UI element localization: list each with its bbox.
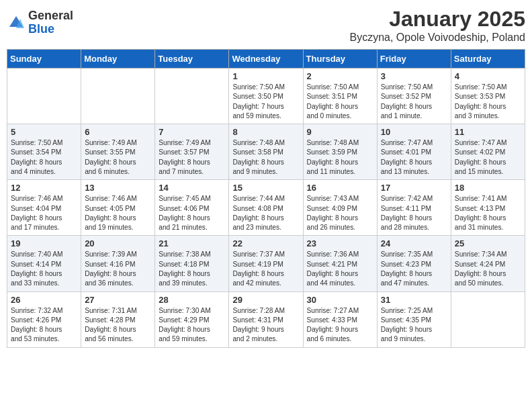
calendar-cell: 10Sunrise: 7:47 AM Sunset: 4:01 PM Dayli… bbox=[377, 124, 451, 180]
logo: General Blue bbox=[7, 9, 73, 36]
calendar-cell: 17Sunrise: 7:42 AM Sunset: 4:11 PM Dayli… bbox=[377, 180, 451, 236]
weekday-header-row: SundayMondayTuesdayWednesdayThursdayFrid… bbox=[7, 50, 525, 68]
day-number: 19 bbox=[11, 238, 77, 248]
calendar-cell: 27Sunrise: 7:31 AM Sunset: 4:28 PM Dayli… bbox=[81, 291, 155, 347]
calendar-table: SundayMondayTuesdayWednesdayThursdayFrid… bbox=[7, 49, 525, 348]
month-title: January 2025 bbox=[350, 7, 526, 32]
day-number: 18 bbox=[455, 183, 521, 193]
day-info: Sunrise: 7:35 AM Sunset: 4:23 PM Dayligh… bbox=[381, 250, 447, 288]
calendar-cell: 20Sunrise: 7:39 AM Sunset: 4:16 PM Dayli… bbox=[81, 236, 155, 291]
day-info: Sunrise: 7:50 AM Sunset: 3:51 PM Dayligh… bbox=[307, 83, 373, 121]
day-info: Sunrise: 7:47 AM Sunset: 4:01 PM Dayligh… bbox=[381, 138, 447, 177]
calendar-week-4: 19Sunrise: 7:40 AM Sunset: 4:14 PM Dayli… bbox=[7, 236, 525, 291]
day-info: Sunrise: 7:50 AM Sunset: 3:54 PM Dayligh… bbox=[11, 138, 77, 177]
day-info: Sunrise: 7:36 AM Sunset: 4:21 PM Dayligh… bbox=[307, 250, 373, 288]
calendar-cell: 11Sunrise: 7:47 AM Sunset: 4:02 PM Dayli… bbox=[451, 124, 525, 180]
weekday-header-friday: Friday bbox=[377, 50, 451, 68]
day-info: Sunrise: 7:31 AM Sunset: 4:28 PM Dayligh… bbox=[85, 306, 151, 345]
day-number: 21 bbox=[159, 238, 225, 248]
weekday-header-monday: Monday bbox=[81, 50, 155, 68]
day-number: 29 bbox=[232, 295, 299, 305]
day-info: Sunrise: 7:46 AM Sunset: 4:04 PM Dayligh… bbox=[11, 194, 77, 232]
day-number: 13 bbox=[85, 183, 151, 193]
day-info: Sunrise: 7:34 AM Sunset: 4:24 PM Dayligh… bbox=[455, 250, 521, 288]
day-number: 30 bbox=[307, 295, 373, 305]
day-info: Sunrise: 7:46 AM Sunset: 4:05 PM Dayligh… bbox=[85, 194, 151, 232]
calendar-cell: 22Sunrise: 7:37 AM Sunset: 4:19 PM Dayli… bbox=[229, 236, 303, 291]
page-header: General Blue January 2025 Byczyna, Opole… bbox=[7, 7, 525, 44]
day-info: Sunrise: 7:38 AM Sunset: 4:18 PM Dayligh… bbox=[159, 250, 225, 288]
calendar-cell: 8Sunrise: 7:48 AM Sunset: 3:58 PM Daylig… bbox=[229, 124, 303, 180]
calendar-cell: 15Sunrise: 7:44 AM Sunset: 4:08 PM Dayli… bbox=[229, 180, 303, 236]
calendar-cell: 2Sunrise: 7:50 AM Sunset: 3:51 PM Daylig… bbox=[303, 68, 377, 124]
calendar-cell: 21Sunrise: 7:38 AM Sunset: 4:18 PM Dayli… bbox=[155, 236, 229, 291]
calendar-cell: 3Sunrise: 7:50 AM Sunset: 3:52 PM Daylig… bbox=[377, 68, 451, 124]
day-number: 16 bbox=[307, 183, 373, 193]
day-info: Sunrise: 7:39 AM Sunset: 4:16 PM Dayligh… bbox=[85, 250, 151, 288]
calendar-week-1: 1Sunrise: 7:50 AM Sunset: 3:50 PM Daylig… bbox=[7, 68, 525, 124]
calendar-cell bbox=[81, 68, 155, 124]
calendar-cell: 24Sunrise: 7:35 AM Sunset: 4:23 PM Dayli… bbox=[377, 236, 451, 291]
calendar-cell: 12Sunrise: 7:46 AM Sunset: 4:04 PM Dayli… bbox=[7, 180, 81, 236]
day-info: Sunrise: 7:50 AM Sunset: 3:52 PM Dayligh… bbox=[381, 83, 447, 121]
day-number: 11 bbox=[455, 127, 521, 137]
day-number: 12 bbox=[11, 183, 77, 193]
day-info: Sunrise: 7:45 AM Sunset: 4:06 PM Dayligh… bbox=[159, 194, 225, 232]
day-number: 23 bbox=[307, 238, 373, 248]
calendar-cell: 30Sunrise: 7:27 AM Sunset: 4:33 PM Dayli… bbox=[303, 291, 377, 347]
calendar-week-3: 12Sunrise: 7:46 AM Sunset: 4:04 PM Dayli… bbox=[7, 180, 525, 236]
calendar-cell: 6Sunrise: 7:49 AM Sunset: 3:55 PM Daylig… bbox=[81, 124, 155, 180]
calendar-week-5: 26Sunrise: 7:32 AM Sunset: 4:26 PM Dayli… bbox=[7, 291, 525, 347]
day-number: 26 bbox=[11, 295, 77, 305]
day-number: 17 bbox=[381, 183, 447, 193]
day-info: Sunrise: 7:48 AM Sunset: 3:59 PM Dayligh… bbox=[307, 138, 373, 177]
calendar-cell bbox=[451, 291, 525, 347]
day-info: Sunrise: 7:37 AM Sunset: 4:19 PM Dayligh… bbox=[232, 250, 299, 288]
calendar-cell: 26Sunrise: 7:32 AM Sunset: 4:26 PM Dayli… bbox=[7, 291, 81, 347]
weekday-header-sunday: Sunday bbox=[7, 50, 81, 68]
calendar-cell: 19Sunrise: 7:40 AM Sunset: 4:14 PM Dayli… bbox=[7, 236, 81, 291]
calendar-cell: 7Sunrise: 7:49 AM Sunset: 3:57 PM Daylig… bbox=[155, 124, 229, 180]
calendar-cell: 29Sunrise: 7:28 AM Sunset: 4:31 PM Dayli… bbox=[229, 291, 303, 347]
day-info: Sunrise: 7:49 AM Sunset: 3:55 PM Dayligh… bbox=[85, 138, 151, 177]
day-info: Sunrise: 7:49 AM Sunset: 3:57 PM Dayligh… bbox=[159, 138, 225, 177]
calendar-cell: 16Sunrise: 7:43 AM Sunset: 4:09 PM Dayli… bbox=[303, 180, 377, 236]
logo-icon bbox=[7, 13, 26, 32]
logo-text: General Blue bbox=[28, 9, 73, 36]
day-number: 1 bbox=[232, 71, 299, 81]
day-number: 28 bbox=[159, 295, 225, 305]
day-info: Sunrise: 7:32 AM Sunset: 4:26 PM Dayligh… bbox=[11, 306, 77, 345]
day-info: Sunrise: 7:25 AM Sunset: 4:35 PM Dayligh… bbox=[381, 306, 447, 345]
day-info: Sunrise: 7:44 AM Sunset: 4:08 PM Dayligh… bbox=[232, 194, 299, 232]
day-number: 24 bbox=[381, 238, 447, 248]
day-info: Sunrise: 7:28 AM Sunset: 4:31 PM Dayligh… bbox=[232, 306, 299, 345]
day-info: Sunrise: 7:40 AM Sunset: 4:14 PM Dayligh… bbox=[11, 250, 77, 288]
day-info: Sunrise: 7:47 AM Sunset: 4:02 PM Dayligh… bbox=[455, 138, 521, 177]
calendar-cell: 4Sunrise: 7:50 AM Sunset: 3:53 PM Daylig… bbox=[451, 68, 525, 124]
day-number: 25 bbox=[455, 238, 521, 248]
calendar-cell: 23Sunrise: 7:36 AM Sunset: 4:21 PM Dayli… bbox=[303, 236, 377, 291]
logo-blue: Blue bbox=[28, 23, 73, 36]
calendar-cell: 9Sunrise: 7:48 AM Sunset: 3:59 PM Daylig… bbox=[303, 124, 377, 180]
day-number: 4 bbox=[455, 71, 521, 81]
weekday-header-thursday: Thursday bbox=[303, 50, 377, 68]
day-info: Sunrise: 7:50 AM Sunset: 3:53 PM Dayligh… bbox=[455, 83, 521, 121]
title-area: January 2025 Byczyna, Opole Voivodeship,… bbox=[350, 7, 526, 44]
weekday-header-saturday: Saturday bbox=[451, 50, 525, 68]
day-number: 2 bbox=[307, 71, 373, 81]
day-number: 10 bbox=[381, 127, 447, 137]
day-number: 22 bbox=[232, 238, 299, 248]
day-info: Sunrise: 7:27 AM Sunset: 4:33 PM Dayligh… bbox=[307, 306, 373, 345]
day-number: 3 bbox=[381, 71, 447, 81]
calendar-cell: 14Sunrise: 7:45 AM Sunset: 4:06 PM Dayli… bbox=[155, 180, 229, 236]
day-number: 8 bbox=[232, 127, 299, 137]
calendar-cell: 1Sunrise: 7:50 AM Sunset: 3:50 PM Daylig… bbox=[229, 68, 303, 124]
logo-general: General bbox=[28, 9, 73, 23]
day-number: 20 bbox=[85, 238, 151, 248]
day-info: Sunrise: 7:41 AM Sunset: 4:13 PM Dayligh… bbox=[455, 194, 521, 232]
calendar-cell bbox=[155, 68, 229, 124]
calendar-cell: 31Sunrise: 7:25 AM Sunset: 4:35 PM Dayli… bbox=[377, 291, 451, 347]
day-number: 5 bbox=[11, 127, 77, 137]
calendar-week-2: 5Sunrise: 7:50 AM Sunset: 3:54 PM Daylig… bbox=[7, 124, 525, 180]
day-info: Sunrise: 7:42 AM Sunset: 4:11 PM Dayligh… bbox=[381, 194, 447, 232]
